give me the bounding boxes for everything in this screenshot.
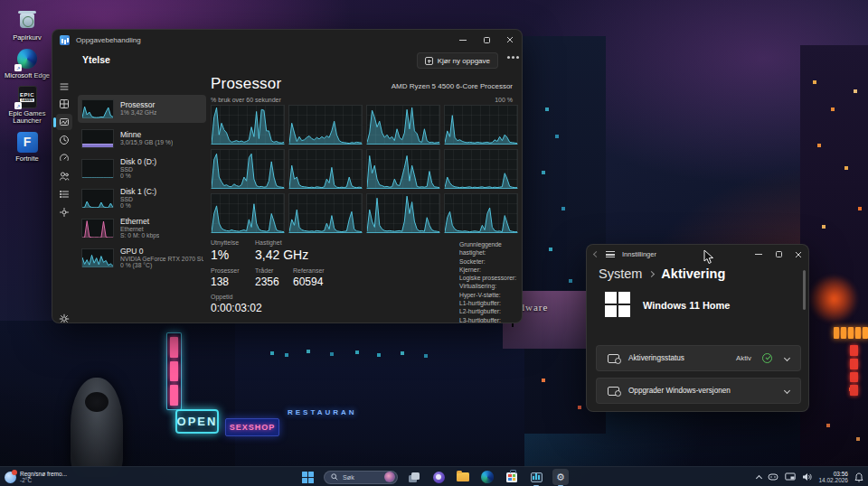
chevron-down-icon[interactable] — [784, 388, 790, 394]
task-manager-caption-buttons — [451, 30, 522, 50]
rail-processes-button[interactable] — [56, 96, 72, 112]
chart-max-label: 100 % — [495, 97, 513, 103]
settings-taskbar-button[interactable]: ⚙ — [552, 469, 569, 485]
sidebar-item-detail: SSD — [120, 166, 156, 173]
rail-users-button[interactable] — [56, 168, 72, 184]
stat-value-handles: 60594 — [293, 276, 323, 288]
microsoft-store-button[interactable] — [504, 469, 520, 485]
cpu-core-chart — [444, 105, 518, 145]
breadcrumb-system[interactable]: System — [599, 266, 642, 281]
minimize-icon — [459, 40, 467, 41]
store-icon — [506, 472, 517, 482]
task-manager-taskbar-button[interactable] — [528, 469, 544, 485]
close-button[interactable] — [498, 30, 522, 50]
display-cast-icon[interactable] — [785, 472, 796, 481]
edge-taskbar-button[interactable] — [479, 469, 495, 485]
notification-bell-icon[interactable] — [854, 472, 863, 482]
sidebar-item-ethernet[interactable]: EthernetEthernetS: 0 M: 0 kbps — [78, 214, 206, 242]
task-view-button[interactable] — [406, 469, 422, 485]
speaker-icon[interactable] — [802, 472, 812, 481]
desktop-icon-fortnite[interactable]: F Fortnite — [2, 130, 52, 163]
maximize-icon — [484, 37, 490, 43]
sidebar-mini-chart — [81, 248, 114, 267]
rail-services-button[interactable] — [56, 204, 72, 220]
cpu-detail-row: Virtualisering:Deaktivert — [459, 282, 523, 290]
minimize-button[interactable] — [451, 30, 475, 50]
edge-icon — [481, 471, 494, 483]
sidebar-item-prosessor[interactable]: Prosessor1% 3,42 GHz — [78, 95, 206, 123]
cpu-detail-row: L3-hurtigbuffer:8,0 MB — [459, 316, 523, 323]
maximize-button[interactable] — [475, 30, 498, 50]
weather-text: Regn/snø fremo... — [20, 471, 67, 477]
taskbar-clock[interactable]: 03:56 14.02.2026 — [818, 471, 848, 483]
stat-label: Referanser — [293, 267, 325, 274]
rail-startup-apps-button[interactable] — [56, 150, 72, 166]
close-button[interactable] — [788, 245, 808, 264]
sidebar-item-disk-1-c-[interactable]: Disk 1 (C:)SSD0 % — [78, 184, 206, 212]
cpu-core-chart — [366, 149, 440, 189]
rail-settings-button[interactable] — [56, 311, 72, 323]
sidebar-item-gpu-0[interactable]: GPU 0NVIDIA GeForce RTX 2070 SU...0 % (3… — [78, 244, 206, 272]
sidebar-item-detail: SSD — [120, 196, 156, 203]
hidden-icons-chevron[interactable] — [756, 474, 762, 481]
desktop-icon-recycle-bin[interactable]: Papirkurv — [2, 9, 52, 42]
file-explorer-button[interactable] — [455, 469, 471, 485]
shortcut-arrow-icon: ↗ — [14, 64, 22, 71]
sidebar-item-minne[interactable]: Minne3,0/15,9 GB (19 %) — [78, 125, 206, 153]
menu-icon[interactable] — [606, 251, 615, 257]
back-button[interactable] — [593, 251, 599, 257]
rail-performance-button[interactable] — [56, 114, 72, 130]
clock-date: 14.02.2026 — [818, 477, 848, 483]
sidebar-item-name: Ethernet — [120, 218, 159, 226]
fortnite-icon: F — [15, 130, 39, 154]
detail-label: Grunnleggende hastighet: — [459, 240, 523, 257]
sidebar-item-disk-0-d-[interactable]: Disk 0 (D:)SSD0 % — [78, 154, 206, 182]
desktop-icon-epic-games[interactable]: EPICGAMES ↗ Epic Games Launcher — [2, 85, 52, 125]
startup-apps-icon — [59, 153, 70, 164]
detail-label: Virtualisering: — [459, 282, 523, 290]
cpu-core-chart — [288, 149, 363, 189]
breadcrumb-activation: Aktivering — [661, 266, 725, 281]
sidebar-item-name: Minne — [120, 131, 173, 139]
sidebar-item-detail: 0 % — [120, 173, 156, 180]
start-button[interactable] — [299, 469, 316, 485]
rail-details-button[interactable] — [56, 186, 72, 202]
copilot-button[interactable] — [430, 469, 447, 485]
rail-menu-button[interactable] — [56, 79, 72, 95]
detail-label: L3-hurtigbuffer: — [459, 316, 523, 323]
taskbar-search-box[interactable]: Søk — [324, 471, 398, 484]
edge-icon: ↗ — [15, 47, 39, 70]
sidebar-mini-chart — [81, 219, 114, 238]
sidebar-item-name: Prosessor — [120, 101, 156, 109]
search-icon — [331, 473, 338, 481]
minimize-button[interactable] — [749, 245, 769, 264]
cpu-detail-row: Hyper-V-støtte:Ja — [459, 291, 523, 299]
recycle-bin-icon — [15, 9, 39, 33]
weather-temperature: -2°C — [20, 477, 67, 483]
maximize-button[interactable] — [769, 245, 788, 264]
scrollbar[interactable] — [803, 270, 806, 310]
cpu-detail-row: Kjerner:6 — [459, 266, 523, 274]
cpu-core-chart-grid — [211, 105, 518, 233]
rail-app-history-button[interactable] — [56, 132, 72, 148]
desktop-icon-label: Microsoft Edge — [5, 72, 50, 79]
cpu-detail-row: Socketer:1 — [459, 257, 523, 266]
search-highlight-image[interactable] — [384, 472, 395, 482]
detail-label: Socketer: — [459, 257, 523, 266]
check-circle-icon — [762, 353, 772, 363]
taskbar-weather-widget[interactable]: Regn/snø fremo... -2°C — [5, 467, 67, 486]
chevron-down-icon[interactable] — [784, 355, 790, 361]
shortcut-arrow-icon: ↗ — [14, 102, 22, 109]
detail-label: L1-hurtigbuffer: — [459, 299, 523, 307]
breadcrumb-separator-icon — [648, 270, 655, 276]
cpu-core-chart — [288, 105, 363, 145]
task-manager-icon — [531, 472, 542, 482]
desktop-icon-label: Fortnite — [15, 155, 38, 163]
mouse-cursor — [703, 249, 714, 265]
upgrade-windows-row[interactable]: Oppgrader Windows-versjonen — [596, 378, 801, 404]
desktop-icon-edge[interactable]: ↗ Microsoft Edge — [2, 47, 52, 79]
cpu-detail-row: Grunnleggende hastighet:3,60 GHz — [459, 240, 523, 257]
activation-status-row[interactable]: Aktiveringsstatus Aktiv — [596, 345, 801, 371]
cpu-detail-row: Logiske prosessorer:12 — [459, 274, 523, 282]
bluetooth-device-icon[interactable] — [768, 472, 778, 481]
